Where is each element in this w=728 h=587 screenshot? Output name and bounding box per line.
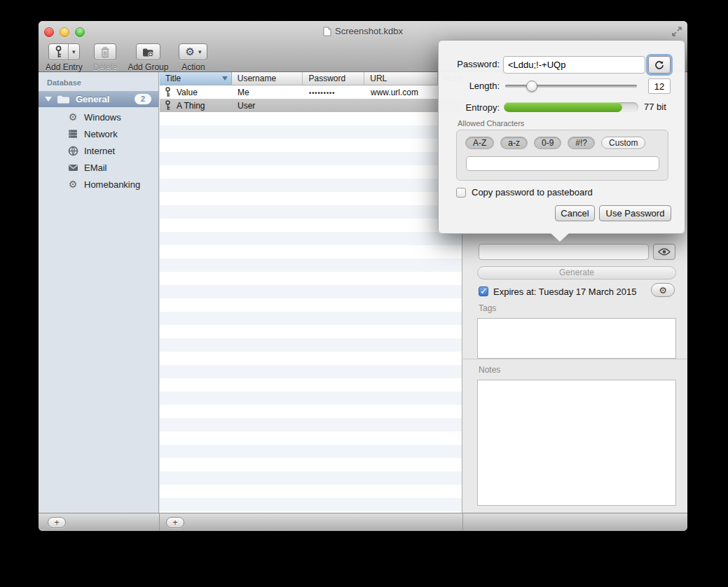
toolbar-item-action: ⚙ ▾ Action — [179, 43, 207, 72]
delete-label: Delete — [93, 62, 118, 72]
add-entry-label: Add Entry — [46, 62, 83, 72]
show-password-button[interactable] — [653, 244, 675, 260]
copy-checkbox[interactable] — [456, 188, 466, 198]
sidebar-item-windows[interactable]: ⚙ Windows — [39, 109, 158, 125]
use-password-button[interactable]: Use Password — [599, 205, 671, 221]
globe-icon — [67, 146, 79, 156]
entry-list-stripes[interactable] — [160, 85, 462, 513]
divider — [159, 513, 160, 531]
document-icon — [323, 27, 331, 36]
chevron-down-icon: ▾ — [72, 48, 76, 55]
entry-password-dots — [303, 105, 365, 106]
sidebar-group-label: General — [76, 94, 109, 104]
length-value-input[interactable] — [648, 78, 671, 94]
charset-pills: A-Z a-z 0-9 #!? Custom — [465, 137, 645, 149]
toolbar-item-add-entry: ▾ Add Entry — [46, 43, 83, 72]
column-header-username[interactable]: Username — [232, 72, 303, 85]
sidebar-item-email[interactable]: EMail — [39, 159, 158, 176]
action-button[interactable]: ⚙ ▾ — [179, 43, 207, 60]
entry-list: Title Username Password URL Notes Value … — [160, 72, 462, 513]
cancel-button[interactable]: Cancel — [555, 205, 595, 221]
copy-row: Copy password to pasteboard — [456, 187, 593, 198]
tags-field[interactable] — [477, 318, 676, 359]
disclosure-triangle-icon[interactable] — [45, 97, 52, 102]
length-slider-thumb[interactable] — [526, 81, 537, 92]
length-slider[interactable] — [505, 85, 637, 88]
column-header-label: Username — [238, 74, 276, 83]
column-header-password[interactable]: Password — [303, 72, 364, 85]
charset-pill-lowercase[interactable]: a-z — [500, 137, 528, 149]
key-icon — [49, 44, 68, 60]
entropy-value: 77 bit — [644, 102, 666, 112]
custom-characters-input[interactable] — [466, 156, 659, 171]
sidebar-item-internet[interactable]: Internet — [39, 142, 158, 159]
sidebar-items: ⚙ Windows Network Internet — [39, 109, 158, 193]
notes-field[interactable] — [477, 380, 676, 506]
add-group-plus-button[interactable]: + — [48, 517, 66, 528]
action-label: Action — [181, 62, 205, 72]
fullscreen-icon[interactable] — [671, 26, 682, 37]
sidebar-section-header: Database — [47, 78, 81, 87]
add-entry-button[interactable]: ▾ — [48, 43, 80, 60]
entry-title: A Thing — [177, 101, 205, 111]
entry-password-dots: ••••••••• — [303, 88, 365, 97]
folder-plus-icon — [137, 44, 160, 60]
table-row[interactable]: Value Me ••••••••• www.url.com — [160, 85, 462, 99]
entropy-fill — [504, 102, 622, 112]
sidebar-group-general[interactable]: General 2 — [39, 91, 158, 107]
gear-icon: ⚙ — [67, 111, 79, 123]
bottom-bar: + + — [39, 513, 687, 531]
table-row[interactable]: A Thing User — [160, 99, 462, 112]
toolbar-item-add-group: Add Group — [128, 43, 168, 72]
chevron-down-icon: ▾ — [198, 48, 202, 55]
sidebar-item-network[interactable]: Network — [39, 125, 158, 142]
generated-password-input[interactable] — [503, 56, 645, 74]
length-label: Length: — [439, 81, 500, 91]
eye-icon — [658, 248, 671, 256]
titlebar[interactable]: Screenshot.kdbx — [39, 21, 687, 42]
folder-icon — [57, 95, 70, 104]
entry-table-header: Title Username Password URL Notes — [160, 72, 462, 85]
allowed-characters-box: A-Z a-z 0-9 #!? Custom — [456, 130, 668, 181]
group-count-badge: 2 — [135, 94, 151, 104]
expires-checkbox[interactable] — [479, 286, 488, 296]
sidebar-item-label: Homebanking — [84, 179, 140, 190]
sidebar-item-label: Windows — [84, 112, 121, 123]
allowed-characters-label: Allowed Characters — [458, 119, 524, 127]
charset-pill-symbols[interactable]: #!? — [568, 137, 595, 149]
password-label: Password: — [439, 59, 500, 69]
sidebar-item-homebanking[interactable]: ⚙ Homebanking — [39, 176, 158, 193]
expires-settings-button[interactable]: ⚙ — [651, 283, 675, 297]
gear-icon: ⚙ — [659, 285, 667, 296]
add-entry-plus-button[interactable]: + — [166, 517, 184, 528]
entry-title: Value — [177, 88, 198, 97]
generate-button[interactable]: Generate — [477, 266, 676, 279]
column-header-label: Title — [165, 74, 181, 83]
charset-pill-digits[interactable]: 0-9 — [534, 137, 561, 149]
refresh-icon — [654, 60, 664, 70]
entropy-label: Entropy: — [439, 102, 500, 113]
sidebar-item-label: EMail — [84, 163, 107, 173]
regenerate-button[interactable] — [648, 56, 671, 74]
charset-pill-uppercase[interactable]: A-Z — [465, 137, 494, 149]
entry-username: User — [232, 101, 303, 111]
expires-row: Expires at: Tuesday 17 March 2015 — [479, 284, 678, 298]
add-entry-dropdown[interactable]: ▾ — [68, 44, 79, 60]
key-icon — [165, 100, 171, 111]
sort-descending-icon — [222, 76, 228, 81]
window-title-text: Screenshot.kdbx — [335, 26, 403, 36]
column-header-url[interactable]: URL — [364, 72, 438, 85]
add-group-button[interactable] — [136, 43, 160, 60]
column-header-label: URL — [370, 74, 387, 83]
toolbar-item-delete: Delete — [93, 43, 118, 72]
app-window: Screenshot.kdbx ▾ Add Entry — [39, 21, 687, 531]
delete-button[interactable] — [94, 43, 116, 60]
sidebar-item-label: Network — [84, 129, 118, 139]
charset-pill-custom[interactable]: Custom — [601, 137, 645, 149]
envelope-icon — [67, 164, 79, 172]
entry-password-field[interactable] — [479, 244, 649, 260]
trash-icon — [95, 44, 116, 60]
copy-label: Copy password to pasteboard — [472, 187, 593, 198]
entropy-meter — [504, 102, 638, 112]
column-header-title[interactable]: Title — [160, 72, 232, 85]
